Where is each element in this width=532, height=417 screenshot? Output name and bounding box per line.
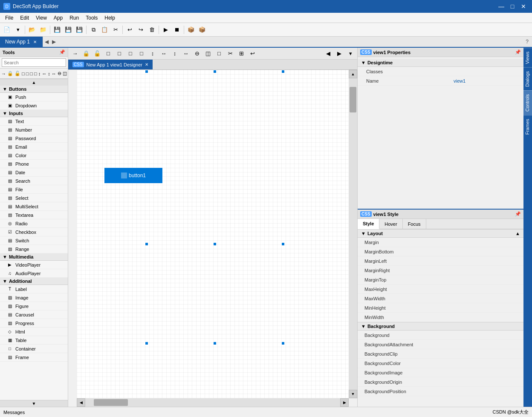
tab-style[interactable]: Style [358,219,379,229]
dropdown-btn[interactable]: ▾ [13,25,23,35]
tool-image[interactable]: ▨ Image [0,293,68,302]
save-btn[interactable]: 💾 [52,25,62,35]
tools-scroll-down[interactable]: ▼ [0,400,68,407]
tool-progress[interactable]: ▤ Progress [0,319,68,328]
tools-tb-btn2[interactable]: 🔒 [7,69,14,78]
tools-tb-btn11[interactable]: ↔ [51,69,57,78]
scroll-thumb-v[interactable] [350,87,356,112]
handle-top-center[interactable] [213,70,217,73]
style-pin[interactable]: 📌 [515,211,521,217]
tool-text[interactable]: ▤ Text [0,117,68,126]
scroll-right-arrow[interactable]: ▶ [340,398,349,407]
maximize-button[interactable]: □ [507,1,518,12]
tools-tb-btn10[interactable]: ↕ [47,69,51,78]
menu-file[interactable]: File [2,13,17,23]
menu-help[interactable]: Help [101,13,119,23]
tools-tb-btn3[interactable]: 🔓 [14,69,21,78]
del-btn[interactable]: 🗑 [147,25,157,35]
designer-wrap-btn[interactable]: ◫ [203,49,213,59]
category-additional[interactable]: ▼ Additional [0,278,68,285]
tool-phone[interactable]: ▤ Phone [0,160,68,168]
tools-tb-btn8[interactable]: ↕ [38,69,41,78]
designer-tab-close[interactable]: ✕ [145,62,148,67]
tool-label[interactable]: T Label [0,285,68,293]
tools-tb-btn5[interactable]: □ [26,69,29,78]
button1-component[interactable]: button1 [104,168,162,183]
handle-bot-right[interactable] [281,342,285,345]
tab-close-btn[interactable]: ✕ [32,40,38,44]
tool-textarea[interactable]: ▤ Textarea [0,211,68,219]
designer-align1[interactable]: □ [103,49,113,59]
tool-radio[interactable]: ◎ Radio [0,219,68,228]
designer-nav-menu[interactable]: ▾ [345,49,356,59]
new-btn[interactable]: 📄 [2,25,12,35]
tab-newapp1[interactable]: New App 1 ✕ [0,37,43,47]
tools-panel-pin[interactable]: 📌 [59,49,65,55]
tool-carousel[interactable]: ▤ Carousel [0,311,68,319]
tool-container[interactable]: □ Container [0,345,68,353]
open2-btn[interactable]: 📁 [38,25,48,35]
designer-tab[interactable]: CSS New App 1 view1 Designer ✕ [68,60,153,69]
designer-nav-prev[interactable]: ◀ [323,49,333,59]
tab-nav-left[interactable]: ◀ [43,37,50,47]
designer-unwrap-btn[interactable]: □ [214,49,224,59]
pkg-btn[interactable]: 📦 [186,25,196,35]
tools-tb-btn7[interactable]: □ [34,69,38,78]
pkg2-btn[interactable]: 📦 [197,25,207,35]
tool-file[interactable]: ▤ File [0,185,68,194]
tool-dropdown[interactable]: ▣ Dropdown [0,101,68,110]
menu-tools[interactable]: Tools [82,13,101,23]
designer-undo-btn[interactable]: ↩ [247,49,257,59]
handle-bot-left[interactable] [145,342,148,345]
tools-search-input[interactable] [2,58,66,67]
copy-btn[interactable]: ⧉ [88,25,98,35]
layout-group-header[interactable]: ▼ Layout ▲ [358,229,523,238]
designer-lock-btn[interactable]: 🔒 [81,49,91,59]
tools-scroll-up[interactable]: ▲ [0,79,68,86]
menu-run[interactable]: Run [66,13,82,23]
tool-frame[interactable]: ▤ Frame [0,353,68,362]
sidebar-tab-views[interactable]: Views [523,48,532,67]
background-group-header[interactable]: ▼ Background [358,322,523,331]
designer-nav-next[interactable]: ▶ [334,49,344,59]
cut-btn[interactable]: ✂ [110,25,121,35]
designer-canvas[interactable]: button1 [77,70,349,398]
tool-range[interactable]: ▤ Range [0,245,68,253]
menu-app[interactable]: App [50,13,66,23]
paste-btn[interactable]: 📋 [99,25,110,35]
tool-html[interactable]: ◇ Html [0,328,68,336]
tab-extra-btn[interactable]: ? [524,39,530,45]
close-button[interactable]: ✕ [518,1,529,12]
sidebar-tab-frames[interactable]: Frames [523,115,532,138]
category-multimedia[interactable]: ▼ Multimedia [0,253,68,261]
designer-align7[interactable]: ↕ [170,49,180,59]
prop-value-name[interactable]: view1 [454,78,522,83]
tools-tb-btn13[interactable]: ◫ [62,69,67,78]
tool-number[interactable]: ▤ Number [0,126,68,134]
tool-search[interactable]: ▤ Search [0,177,68,185]
designer-remove-btn[interactable]: ⊖ [192,49,202,59]
undo-btn[interactable]: ↩ [124,25,135,35]
save2-btn[interactable]: 💾 [63,25,73,35]
tool-multiselect[interactable]: ▤ MultiSelect [0,202,68,211]
tool-checkbox[interactable]: ☑ Checkbox [0,228,68,236]
handle-top-right[interactable] [281,70,285,73]
tool-figure[interactable]: ▨ Figure [0,302,68,311]
tab-hover[interactable]: Hover [379,219,402,229]
handle-mid-right[interactable] [281,242,285,246]
tool-videoplayer[interactable]: ▶ VideoPlayer [0,261,68,269]
designer-align4[interactable]: □ [136,49,147,59]
tool-password[interactable]: ▤ Password [0,134,68,143]
layout-scroll-up[interactable]: ▲ [515,231,520,236]
tool-select[interactable]: ▤ Select [0,194,68,202]
redo-btn[interactable]: ↪ [136,25,146,35]
sidebar-tab-dialogs[interactable]: Dialogs [523,67,532,90]
designer-scrollbar-vertical[interactable]: ▲ ▼ [349,70,357,398]
category-buttons[interactable]: ▼ Buttons [0,86,68,93]
tools-tb-btn4[interactable]: □ [21,69,25,78]
tool-push[interactable]: ▣ Push [0,93,68,101]
tools-tb-btn9[interactable]: ↔ [41,69,47,78]
category-inputs[interactable]: ▼ Inputs [0,110,68,117]
designer-align8[interactable]: ↔ [181,49,191,59]
open-btn[interactable]: 📂 [27,25,37,35]
